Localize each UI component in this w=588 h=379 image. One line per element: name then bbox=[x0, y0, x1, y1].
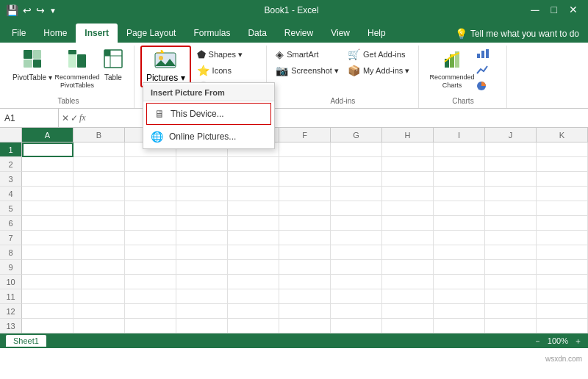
cell-J13[interactable] bbox=[485, 319, 537, 333]
cell-H8[interactable] bbox=[382, 245, 434, 260]
cell-K10[interactable] bbox=[537, 275, 588, 289]
cell-B3[interactable] bbox=[74, 172, 125, 187]
cell-A5[interactable] bbox=[22, 201, 74, 216]
col-header-f[interactable]: F bbox=[279, 128, 331, 142]
cell-F13[interactable] bbox=[279, 319, 331, 333]
cell-H4[interactable] bbox=[382, 187, 434, 201]
cell-E10[interactable] bbox=[228, 275, 279, 289]
cell-C4[interactable] bbox=[125, 187, 176, 201]
col-header-i[interactable]: I bbox=[434, 128, 485, 142]
cell-G4[interactable] bbox=[331, 187, 382, 201]
cell-H10[interactable] bbox=[382, 275, 434, 289]
cell-E4[interactable] bbox=[228, 187, 279, 201]
cell-H9[interactable] bbox=[382, 260, 434, 275]
get-addins-button[interactable]: 🛒 Get Add-ins bbox=[345, 47, 412, 62]
cell-C13[interactable] bbox=[125, 319, 176, 333]
maximize-btn[interactable]: □ bbox=[547, 4, 562, 17]
row-header-7[interactable]: 7 bbox=[0, 231, 22, 245]
cell-C3[interactable] bbox=[125, 172, 176, 187]
cell-A12[interactable] bbox=[22, 304, 74, 319]
tab-data[interactable]: Data bbox=[239, 24, 275, 43]
icons-button[interactable]: ⭐ Icons bbox=[194, 63, 261, 78]
cell-B7[interactable] bbox=[74, 231, 125, 245]
cell-J9[interactable] bbox=[485, 260, 537, 275]
line-chart-button[interactable] bbox=[473, 63, 492, 78]
cell-K13[interactable] bbox=[537, 319, 588, 333]
pictures-button[interactable]: Pictures ▾ bbox=[140, 46, 191, 87]
cell-B8[interactable] bbox=[74, 245, 125, 260]
save-icon[interactable]: 💾 bbox=[6, 4, 18, 16]
cell-H6[interactable] bbox=[382, 216, 434, 231]
cell-J7[interactable] bbox=[485, 231, 537, 245]
confirm-icon[interactable]: ✓ bbox=[71, 113, 78, 123]
cell-D9[interactable] bbox=[176, 260, 228, 275]
fx-icon[interactable]: fx bbox=[79, 112, 86, 123]
cell-G13[interactable] bbox=[331, 319, 382, 333]
cell-G7[interactable] bbox=[331, 231, 382, 245]
cell-F11[interactable] bbox=[279, 289, 331, 304]
cell-D6[interactable] bbox=[176, 216, 228, 231]
cell-I11[interactable] bbox=[434, 289, 485, 304]
cell-C9[interactable] bbox=[125, 260, 176, 275]
cell-K7[interactable] bbox=[537, 231, 588, 245]
row-header-11[interactable]: 11 bbox=[0, 289, 22, 304]
tab-home[interactable]: Home bbox=[35, 24, 76, 43]
cell-F5[interactable] bbox=[279, 201, 331, 216]
cell-K1[interactable] bbox=[537, 142, 588, 157]
cell-A11[interactable] bbox=[22, 289, 74, 304]
recommended-pivottables-button[interactable]: RecommendedPivotTables bbox=[59, 46, 96, 93]
cell-H11[interactable] bbox=[382, 289, 434, 304]
col-header-a[interactable]: A bbox=[22, 128, 74, 142]
cell-I3[interactable] bbox=[434, 172, 485, 187]
cell-K2[interactable] bbox=[537, 157, 588, 172]
cell-B4[interactable] bbox=[74, 187, 125, 201]
shapes-button[interactable]: ⬟ Shapes ▾ bbox=[194, 47, 261, 62]
cell-E6[interactable] bbox=[228, 216, 279, 231]
cell-B11[interactable] bbox=[74, 289, 125, 304]
cell-I7[interactable] bbox=[434, 231, 485, 245]
cell-A2[interactable] bbox=[22, 157, 74, 172]
cell-A8[interactable] bbox=[22, 245, 74, 260]
cell-C8[interactable] bbox=[125, 245, 176, 260]
cell-B5[interactable] bbox=[74, 201, 125, 216]
cell-B1[interactable] bbox=[74, 142, 125, 157]
cell-G3[interactable] bbox=[331, 172, 382, 187]
cell-J5[interactable] bbox=[485, 201, 537, 216]
cell-K8[interactable] bbox=[537, 245, 588, 260]
cell-J8[interactable] bbox=[485, 245, 537, 260]
cell-F8[interactable] bbox=[279, 245, 331, 260]
cell-G5[interactable] bbox=[331, 201, 382, 216]
cell-F7[interactable] bbox=[279, 231, 331, 245]
cell-I8[interactable] bbox=[434, 245, 485, 260]
cell-E3[interactable] bbox=[228, 172, 279, 187]
zoom-in-btn[interactable]: ＋ bbox=[574, 336, 582, 347]
row-header-1[interactable]: 1 bbox=[0, 142, 22, 157]
cell-F12[interactable] bbox=[279, 304, 331, 319]
cell-I12[interactable] bbox=[434, 304, 485, 319]
cell-H1[interactable] bbox=[382, 142, 434, 157]
cell-D2[interactable] bbox=[176, 157, 228, 172]
cell-J1[interactable] bbox=[485, 142, 537, 157]
cell-D3[interactable] bbox=[176, 172, 228, 187]
cell-G9[interactable] bbox=[331, 260, 382, 275]
cell-A3[interactable] bbox=[22, 172, 74, 187]
cell-C10[interactable] bbox=[125, 275, 176, 289]
cell-C7[interactable] bbox=[125, 231, 176, 245]
col-header-j[interactable]: J bbox=[485, 128, 537, 142]
cell-I4[interactable] bbox=[434, 187, 485, 201]
col-header-b[interactable]: B bbox=[74, 128, 125, 142]
cell-E7[interactable] bbox=[228, 231, 279, 245]
minimize-btn[interactable]: ─ bbox=[526, 4, 543, 17]
cell-B6[interactable] bbox=[74, 216, 125, 231]
tab-help[interactable]: Help bbox=[359, 24, 395, 43]
cell-J6[interactable] bbox=[485, 216, 537, 231]
cell-G2[interactable] bbox=[331, 157, 382, 172]
cell-A7[interactable] bbox=[22, 231, 74, 245]
cell-J10[interactable] bbox=[485, 275, 537, 289]
table-button[interactable]: Table bbox=[98, 46, 128, 85]
cell-F6[interactable] bbox=[279, 216, 331, 231]
cell-J2[interactable] bbox=[485, 157, 537, 172]
cell-C2[interactable] bbox=[125, 157, 176, 172]
cell-A13[interactable] bbox=[22, 319, 74, 333]
col-header-g[interactable]: G bbox=[331, 128, 382, 142]
